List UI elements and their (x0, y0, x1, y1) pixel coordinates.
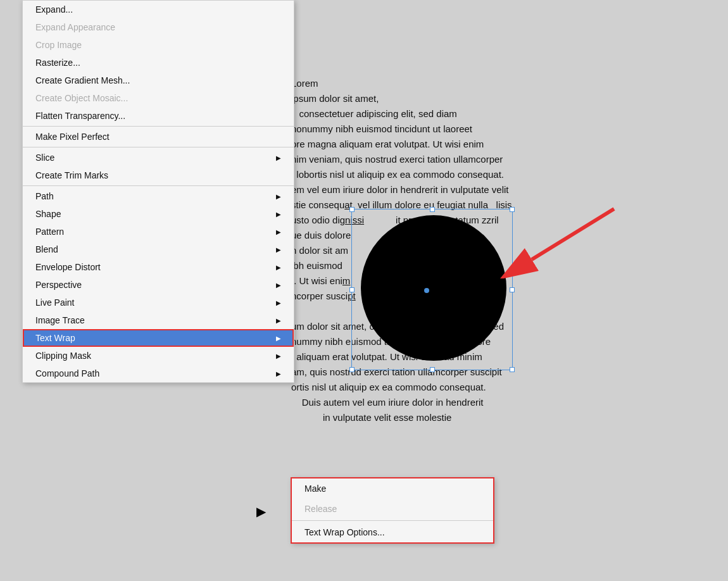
menu-item-create-gradient-mesh[interactable]: Create Gradient Mesh... (23, 72, 294, 89)
submenu-arrow-text-wrap: ▶ (276, 335, 281, 342)
menu-item-rasterize[interactable]: Rasterize... (23, 54, 294, 72)
submenu-arrow-live-paint: ▶ (276, 299, 281, 306)
submenu-arrow-compound-path: ▶ (276, 370, 281, 377)
menu-item-create-trim-marks[interactable]: Create Trim Marks (23, 166, 294, 184)
menu-item-envelope-distort[interactable]: Envelope Distort ▶ (23, 258, 294, 276)
menu-item-clipping-mask[interactable]: Clipping Mask ▶ (23, 347, 294, 365)
menu-divider-1 (23, 126, 294, 127)
submenu-arrow-image-trace: ▶ (276, 317, 281, 324)
circle-center-dot (424, 288, 429, 293)
menu-item-path[interactable]: Path ▶ (23, 187, 294, 205)
menu-divider-3 (23, 185, 294, 186)
menu-item-expand[interactable]: Expand... (23, 1, 294, 18)
submenu-arrow-shape: ▶ (276, 211, 281, 218)
submenu-arrow-clipping-mask: ▶ (276, 353, 281, 359)
submenu-arrow-path: ▶ (276, 193, 281, 200)
black-circle (361, 215, 506, 361)
submenu-arrow-pattern: ▶ (276, 228, 281, 235)
menu-item-make-pixel-perfect[interactable]: Make Pixel Perfect (23, 128, 294, 146)
submenu-arrow-slice: ▶ (276, 154, 281, 161)
menu-item-live-paint[interactable]: Live Paint ▶ (23, 294, 294, 311)
menu-item-perspective[interactable]: Perspective ▶ (23, 276, 294, 294)
lorem-ipsum-text: Lorem ipsum dolor sit amet, consectetuer… (291, 76, 722, 425)
text-wrap-submenu: Make Release Text Wrap Options... (291, 478, 494, 543)
dropdown-menu: Expand... Expand Appearance Crop Image R… (22, 0, 294, 383)
menu-item-pattern[interactable]: Pattern ▶ (23, 223, 294, 241)
menu-divider-2 (23, 147, 294, 147)
submenu-arrow-envelope: ▶ (276, 264, 281, 271)
menu-item-flatten-transparency[interactable]: Flatten Transparency... (23, 107, 294, 125)
menu-item-blend[interactable]: Blend ▶ (23, 241, 294, 258)
menu-item-image-trace[interactable]: Image Trace ▶ (23, 311, 294, 329)
submenu-item-text-wrap-options[interactable]: Text Wrap Options... (292, 522, 493, 542)
menu-item-shape[interactable]: Shape ▶ (23, 205, 294, 223)
menu-item-compound-path[interactable]: Compound Path ▶ (23, 365, 294, 382)
submenu-item-release: Release (292, 499, 493, 519)
menu-item-create-object-mosaic: Create Object Mosaic... (23, 89, 294, 107)
submenu-divider (292, 520, 493, 521)
menu-item-text-wrap[interactable]: Text Wrap ▶ (23, 329, 294, 347)
submenu-item-make[interactable]: Make (292, 478, 493, 499)
menu-item-expand-appearance: Expand Appearance (23, 18, 294, 36)
submenu-arrow-blend: ▶ (276, 246, 281, 253)
submenu-arrow-perspective: ▶ (276, 282, 281, 289)
menu-item-slice[interactable]: Slice ▶ (23, 149, 294, 166)
menu-item-crop-image: Crop Image (23, 36, 294, 54)
